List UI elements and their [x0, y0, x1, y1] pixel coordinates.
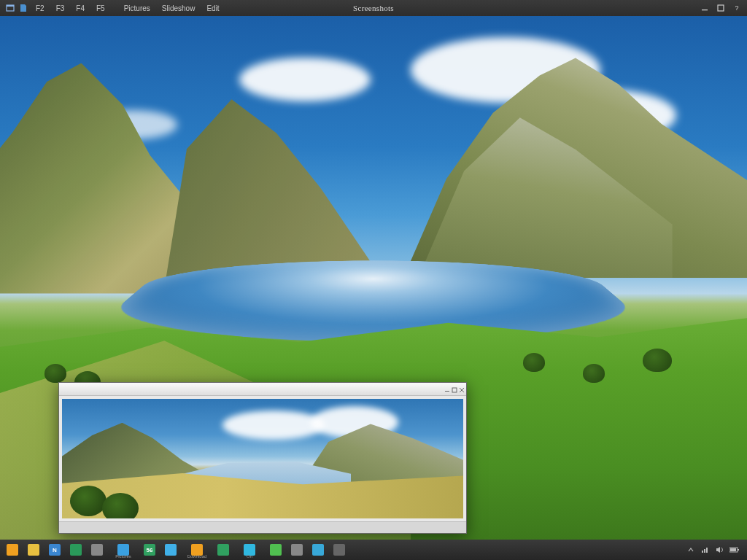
svg-rect-3: [718, 5, 724, 11]
taskbar-app8[interactable]: [330, 542, 349, 558]
tray-volume-icon[interactable]: [715, 545, 725, 555]
app-icon[interactable]: [4, 3, 16, 13]
taskbar-app7[interactable]: [309, 542, 328, 558]
doc-icon[interactable]: [18, 3, 29, 13]
svg-rect-11: [738, 549, 739, 551]
menu-shortcut-f4[interactable]: F4: [71, 3, 90, 14]
maximize-icon[interactable]: [715, 3, 727, 13]
tray-network-icon[interactable]: [700, 545, 711, 555]
svg-rect-1: [7, 5, 14, 7]
menu-slideshow[interactable]: Slideshow: [157, 3, 201, 14]
taskbar-explorer[interactable]: [24, 542, 43, 558]
preview-image: [62, 399, 463, 518]
taskbar-browser[interactable]: [88, 542, 107, 558]
taskbar-app6[interactable]: [287, 542, 306, 558]
svg-rect-6: [452, 388, 457, 392]
system-tray: [686, 545, 744, 555]
taskbar-app2[interactable]: [66, 542, 85, 558]
menu-shortcut-f3[interactable]: F3: [51, 3, 70, 14]
tray-battery-icon[interactable]: [729, 545, 740, 555]
taskbar-start[interactable]: [3, 542, 22, 558]
svg-rect-7: [702, 551, 703, 553]
taskbar-settings[interactable]: On: [235, 542, 264, 558]
preview-statusbar: [59, 521, 466, 533]
svg-rect-12: [730, 548, 736, 551]
menu-shortcut-f2[interactable]: F2: [31, 3, 50, 14]
taskbar-pictures[interactable]: Pictures: [109, 542, 138, 558]
taskbar-app1[interactable]: N: [45, 542, 64, 558]
menu-pictures[interactable]: Pictures: [119, 3, 155, 14]
svg-rect-5: [445, 391, 449, 392]
taskbar-app4[interactable]: [161, 542, 180, 558]
svg-rect-9: [706, 548, 708, 553]
taskbar: NPictures56DownloadOn: [0, 540, 747, 560]
preview-maximize-icon[interactable]: [452, 387, 456, 392]
svg-rect-2: [702, 9, 708, 10]
preview-close-icon[interactable]: [459, 387, 463, 392]
tray-up-icon[interactable]: [686, 545, 696, 555]
taskbar-chat[interactable]: [266, 542, 285, 558]
help-icon[interactable]: ?: [731, 3, 743, 13]
menu-shortcut-f5[interactable]: F5: [91, 3, 110, 14]
preview-minimize-icon[interactable]: [444, 387, 449, 392]
taskbar-app3[interactable]: 56: [140, 542, 159, 558]
preview-titlebar[interactable]: [59, 383, 466, 396]
window-title: Screenshots: [353, 4, 394, 12]
menu-bar: F2 F3 F4 F5 Pictures Slideshow Edit Scre…: [0, 0, 747, 16]
menu-edit[interactable]: Edit: [201, 3, 224, 14]
preview-window[interactable]: [58, 382, 467, 534]
svg-text:?: ?: [735, 4, 738, 12]
svg-rect-8: [704, 549, 705, 553]
minimize-icon[interactable]: [699, 3, 711, 13]
taskbar-app5[interactable]: [214, 542, 233, 558]
desktop: [0, 16, 747, 540]
taskbar-download[interactable]: Download: [182, 542, 212, 558]
